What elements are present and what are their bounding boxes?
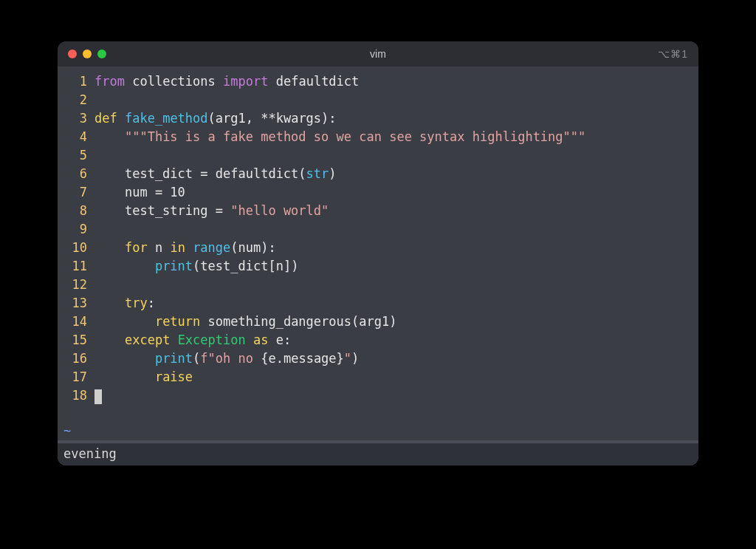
code-content[interactable]: def fake_method(arg1, **kwargs): [94,109,698,128]
code-line[interactable]: 2 [58,91,698,109]
token: in [170,240,185,255]
token [94,129,125,144]
line-number: 8 [58,202,94,220]
token [94,333,125,347]
token: except [125,333,170,347]
token: e.message [268,351,336,366]
code-line[interactable]: 15 except Exception as e: [58,331,698,349]
token: print [155,259,193,273]
line-number: 4 [58,128,94,146]
code-content[interactable]: return something_dangerous(arg1) [94,313,698,331]
token [216,74,223,89]
token: (test_dict[n]) [193,259,298,273]
token: range [193,240,230,255]
line-number: 11 [58,257,94,276]
code-content[interactable]: raise [94,368,698,386]
code-line[interactable]: 17 raise [58,368,698,386]
line-number: 6 [58,165,94,183]
code-content[interactable]: """This is a fake method so we can see s… [94,128,698,146]
token: n [148,240,171,255]
token: test_dict = defaultdict( [94,166,306,181]
token: def [94,111,117,126]
traffic-lights [68,50,106,58]
line-number: 3 [58,109,94,128]
line-number: 13 [58,294,94,313]
code-line[interactable]: 14 return something_dangerous(arg1) [58,313,698,331]
token: "hello world" [230,203,329,218]
token: " [344,351,351,366]
terminal-window: vim ⌥⌘1 1from collections import default… [58,41,698,466]
line-number: 18 [58,386,94,405]
vim-tilde-line: ~ [58,422,698,440]
code-content[interactable]: for n in range(num): [94,239,698,257]
token [125,74,132,89]
code-line[interactable]: 18 [58,386,698,405]
code-line[interactable]: 12 [58,276,698,294]
token: e: [268,333,291,347]
token: ) [351,351,359,366]
editor-area[interactable]: 1from collections import defaultdict23de… [58,67,698,466]
line-number: 17 [58,368,94,386]
token [246,333,253,347]
code-line[interactable]: 16 print(f"oh no {e.message}") [58,349,698,368]
token: (num): [230,240,275,255]
code-content[interactable]: print(test_dict[n]) [94,257,698,276]
line-number: 5 [58,146,94,165]
token [170,333,177,347]
token: something_dangerous(arg1) [200,314,396,329]
token [94,314,155,329]
code-content[interactable]: print(f"oh no {e.message}") [94,349,698,368]
code-content[interactable] [94,386,698,405]
line-number: 16 [58,349,94,368]
close-icon[interactable] [68,50,77,58]
code-line[interactable]: 4 """This is a fake method so we can see… [58,128,698,146]
token: collections [132,74,216,89]
code-line[interactable]: 1from collections import defaultdict [58,72,698,91]
token: (arg1, **kwargs): [208,111,337,126]
window-title: vim [58,48,698,60]
token: import [223,74,268,89]
code-line[interactable]: 7 num = 10 [58,183,698,202]
code-line[interactable]: 9 [58,220,698,239]
code-line[interactable]: 11 print(test_dict[n]) [58,257,698,276]
zoom-icon[interactable] [97,50,106,58]
token: test_string = [94,203,230,218]
line-number: 9 [58,220,94,239]
line-number: 14 [58,313,94,331]
cursor [94,389,102,404]
token: str [306,166,329,181]
token: : [148,296,155,310]
token [94,259,155,273]
code-line[interactable]: 5 [58,146,698,165]
token: ( [193,351,200,366]
code-line[interactable]: 6 test_dict = defaultdict(str) [58,165,698,183]
code-content[interactable]: from collections import defaultdict [94,72,698,91]
code-line[interactable]: 10 for n in range(num): [58,239,698,257]
token [94,369,155,384]
code-line[interactable]: 3def fake_method(arg1, **kwargs): [58,109,698,128]
code-area[interactable]: 1from collections import defaultdict23de… [58,72,698,422]
token: fake_method [125,111,208,126]
code-content[interactable]: num = 10 [94,183,698,202]
code-content[interactable]: test_dict = defaultdict(str) [94,165,698,183]
code-content[interactable]: try: [94,294,698,313]
token [268,74,275,89]
line-number: 12 [58,276,94,294]
token: defaultdict [276,74,360,89]
token: from [94,74,125,89]
code-line[interactable]: 13 try: [58,294,698,313]
token: return [155,314,200,329]
code-content[interactable]: test_string = "hello world" [94,202,698,220]
token: } [337,351,344,366]
token: { [261,351,268,366]
code-content[interactable]: except Exception as e: [94,331,698,349]
token: f"oh no [200,351,261,366]
window-shortcut-indicator: ⌥⌘1 [658,48,688,60]
line-number: 15 [58,331,94,349]
token: as [253,333,268,347]
code-line[interactable]: 8 test_string = "hello world" [58,202,698,220]
minimize-icon[interactable] [83,50,92,58]
token: Exception [178,333,246,347]
line-number: 7 [58,183,94,202]
status-bar: evening [58,443,698,466]
